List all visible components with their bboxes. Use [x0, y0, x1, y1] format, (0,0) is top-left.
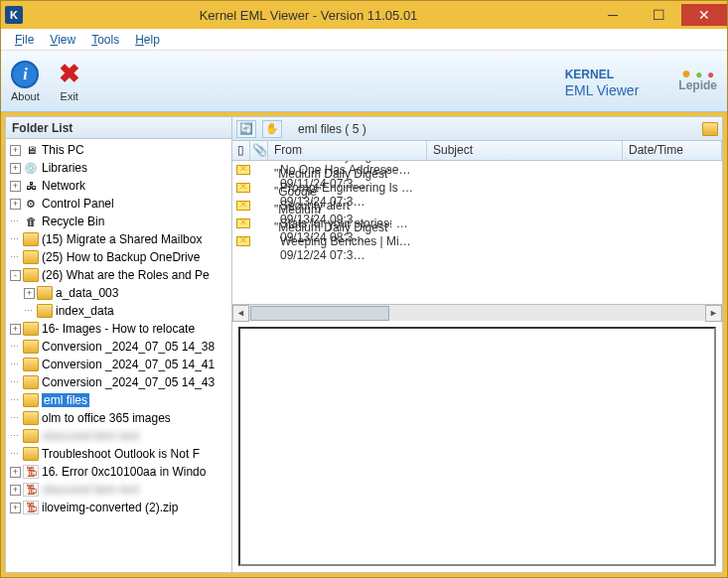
tree-item-label: iloveimg-converted (2).zip — [42, 501, 178, 514]
zip-icon: 🗜 — [23, 483, 39, 497]
toolbar: i About ✖ Exit KERNEL EML Viewer ● ● ● L… — [1, 51, 727, 112]
email-row[interactable]: "Medium Daily Digest" Weeping Benches | … — [232, 232, 722, 250]
folder-list-header: Folder List — [6, 117, 231, 139]
tree-item-label: Conversion _2024_07_05 14_43 — [42, 375, 215, 389]
tree-item[interactable]: ⋯eml files — [6, 391, 231, 409]
path-bar: 🔄 ✋ eml files ( 5 ) — [232, 117, 722, 141]
expand-toggle[interactable]: + — [10, 467, 21, 478]
menu-tools[interactable]: Tools — [83, 31, 127, 49]
tree-item[interactable]: ⋯Conversion _2024_07_05 14_41 — [6, 356, 231, 373]
refresh-button[interactable]: 🔄 — [236, 120, 256, 138]
horizontal-scrollbar[interactable]: ◄ ► — [232, 304, 722, 321]
tree-item[interactable]: +⚙Control Panel — [6, 195, 231, 213]
expand-toggle[interactable]: + — [10, 163, 21, 174]
scroll-thumb[interactable] — [250, 306, 389, 321]
expand-toggle[interactable]: + — [10, 181, 21, 192]
menubar: File View Tools Help — [1, 29, 727, 51]
expand-toggle[interactable]: + — [10, 145, 21, 156]
tree-item[interactable]: ⋯🗑Recycle Bin — [6, 213, 231, 230]
tree-item-label: Conversion _2024_07_05 14_38 — [42, 340, 215, 354]
folder-icon — [23, 322, 39, 336]
menu-view[interactable]: View — [42, 31, 83, 49]
tree-item[interactable]: +🖧Network — [6, 177, 231, 195]
expand-toggle[interactable]: + — [10, 485, 21, 496]
preview-pane — [238, 327, 716, 566]
expand-toggle[interactable]: - — [10, 270, 21, 281]
exit-button[interactable]: ✖ Exit — [56, 61, 83, 102]
tree-item-label: 16. Error 0xc10100aa in Windo — [42, 465, 206, 479]
folder-icon — [23, 250, 39, 264]
envelope-icon — [236, 165, 250, 175]
email-list-header: ▯ 📎 From Subject Date/Time — [232, 141, 722, 161]
folder-icon — [23, 393, 39, 407]
col-date[interactable]: Date/Time — [623, 141, 722, 160]
menu-help[interactable]: Help — [127, 31, 168, 49]
folder-icon — [23, 358, 39, 371]
tree-item[interactable]: ⋯Conversion _2024_07_05 14_43 — [6, 373, 231, 391]
expand-toggle[interactable]: + — [10, 199, 21, 210]
close-x-icon: ✖ — [56, 61, 83, 88]
tree-item-label: (26) What are the Roles and Pe — [42, 268, 210, 282]
about-button[interactable]: i About — [11, 61, 40, 102]
scroll-left[interactable]: ◄ — [232, 305, 249, 322]
tree-item-label: Control Panel — [42, 197, 114, 211]
zip-icon: 🗜 — [23, 501, 39, 514]
expand-toggle[interactable]: + — [24, 288, 35, 299]
tree-item-label: Troubleshoot Outlook is Not F — [42, 447, 200, 461]
tree-item-label: Conversion _2024_07_05 14_41 — [42, 358, 215, 371]
expand-toggle[interactable]: + — [10, 503, 21, 513]
expand-toggle[interactable]: + — [10, 324, 21, 335]
tree-item[interactable]: +🖥This PC — [6, 141, 231, 159]
folder-panel: Folder List +🖥This PC+💿Libraries+🖧Networ… — [6, 117, 232, 572]
col-attach[interactable]: 📎 — [250, 141, 268, 160]
tree-item[interactable]: +🗜iloveimg-converted (2).zip — [6, 499, 231, 516]
drive-icon: 💿 — [23, 161, 39, 175]
folder-icon — [23, 447, 39, 461]
email-list[interactable]: "Medium Daily Digest" No One Has Address… — [232, 161, 722, 304]
folder-tree[interactable]: +🖥This PC+💿Libraries+🖧Network+⚙Control P… — [6, 139, 231, 572]
zip-icon: 🗜 — [23, 465, 39, 479]
col-subject[interactable]: Subject — [427, 141, 623, 160]
tree-item[interactable]: ⋯olm to office 365 images — [6, 409, 231, 427]
email-subject: Weeping Benches | Mike Grindle in Ra... — [274, 234, 421, 248]
tree-item[interactable]: ⋯obscured item text — [6, 427, 231, 445]
titlebar[interactable]: K Kernel EML Viewer - Version 11.05.01 ─… — [1, 1, 727, 29]
pc-icon: 🖥 — [23, 143, 39, 157]
kernel-logo: KERNEL EML Viewer — [565, 65, 640, 98]
tree-item[interactable]: ⋯(25) How to Backup OneDrive — [6, 248, 231, 266]
tree-item[interactable]: +🗜obscured item text — [6, 481, 231, 499]
tree-item[interactable]: ⋯(15) Migrate a Shared Mailbox — [6, 230, 231, 248]
tree-item-label: Recycle Bin — [42, 215, 104, 228]
cp-icon: ⚙ — [23, 197, 39, 211]
tree-item[interactable]: +16- Images - How to relocate — [6, 320, 231, 338]
tree-item-label: This PC — [42, 143, 84, 157]
minimize-button[interactable]: ─ — [590, 4, 636, 26]
tree-item[interactable]: +💿Libraries — [6, 159, 231, 177]
email-from: "Medium Daily Digest" Weeping Benches | … — [268, 220, 427, 262]
hand-button[interactable]: ✋ — [262, 120, 282, 138]
tree-item[interactable]: -(26) What are the Roles and Pe — [6, 266, 231, 284]
folder-icon — [702, 122, 718, 136]
tree-item-label: Libraries — [42, 161, 87, 175]
app-window: K Kernel EML Viewer - Version 11.05.01 ─… — [0, 0, 728, 578]
tree-item[interactable]: ⋯Conversion _2024_07_05 14_38 — [6, 338, 231, 356]
col-icon[interactable]: ▯ — [232, 141, 250, 160]
tree-item[interactable]: ⋯index_data — [6, 302, 231, 320]
folder-icon — [37, 286, 53, 300]
email-date: 09/12/24 07:30:04 — [274, 248, 373, 262]
tree-item-label: index_data — [56, 304, 114, 318]
tree-item-label: a_data_003 — [56, 286, 118, 300]
tree-item-label: (15) Migrate a Shared Mailbox — [42, 232, 202, 246]
tree-item[interactable]: ⋯Troubleshoot Outlook is Not F — [6, 445, 231, 463]
folder-icon — [23, 375, 39, 389]
tree-item[interactable]: +🗜16. Error 0xc10100aa in Windo — [6, 463, 231, 481]
maximize-button[interactable]: ☐ — [636, 4, 681, 26]
tree-item-label: (25) How to Backup OneDrive — [42, 250, 200, 264]
close-button[interactable]: ✕ — [681, 4, 727, 26]
scroll-right[interactable]: ► — [705, 305, 722, 322]
tree-item[interactable]: +a_data_003 — [6, 284, 231, 302]
menu-file[interactable]: File — [7, 31, 42, 49]
about-label: About — [11, 90, 40, 102]
path-text: eml files ( 5 ) — [298, 122, 366, 136]
col-from[interactable]: From — [268, 141, 427, 160]
